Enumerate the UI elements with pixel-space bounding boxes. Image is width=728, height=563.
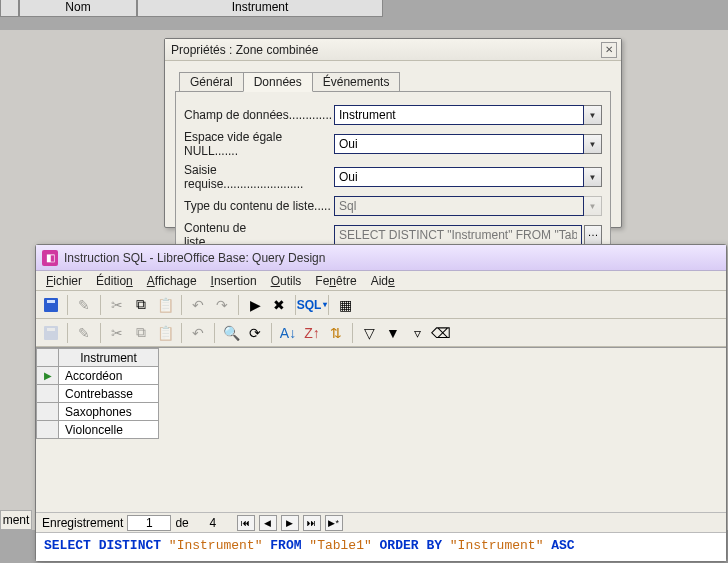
- tab-general[interactable]: Général: [179, 72, 244, 92]
- row-selector[interactable]: [37, 421, 59, 439]
- separator: [67, 323, 68, 343]
- separator: [181, 323, 182, 343]
- grid-cell[interactable]: Accordéon: [59, 367, 159, 385]
- app-icon: ◧: [42, 250, 58, 266]
- dialog-tab-panel: Champ de données............. ▼ Espace v…: [175, 91, 611, 263]
- sql-editor[interactable]: SELECT DISTINCT "Instrument" FROM "Table…: [36, 532, 726, 561]
- row-header-corner: [0, 0, 19, 17]
- column-header-instrument[interactable]: Instrument: [137, 0, 383, 17]
- edit-icon: ✎: [73, 322, 95, 344]
- edit-sql-button[interactable]: …: [584, 225, 602, 245]
- grid-cell[interactable]: Contrebasse: [59, 385, 159, 403]
- dropdown-icon[interactable]: ▼: [584, 167, 602, 187]
- grid-column-header[interactable]: Instrument: [59, 349, 159, 367]
- blank-row: [0, 17, 728, 31]
- tab-data[interactable]: Données: [243, 72, 313, 92]
- sort-asc-icon[interactable]: A↓: [277, 322, 299, 344]
- sql-view-icon[interactable]: SQL: [301, 294, 323, 316]
- sort-desc-icon[interactable]: Z↑: [301, 322, 323, 344]
- menu-file[interactable]: FFichierichier: [46, 274, 82, 288]
- find-icon[interactable]: 🔍: [220, 322, 242, 344]
- run-query-icon[interactable]: ▶: [244, 294, 266, 316]
- menu-edit[interactable]: Édition: [96, 274, 133, 288]
- datafield-input[interactable]: [334, 105, 584, 125]
- dialog-title: Propriétés : Zone combinée: [171, 43, 318, 57]
- query-design-window: ◧ Instruction SQL - LibreOffice Base: Qu…: [35, 244, 727, 562]
- emptynull-input[interactable]: [334, 134, 584, 154]
- separator: [100, 323, 101, 343]
- menubar: FFichierichier Édition Affichage Inserti…: [36, 271, 726, 291]
- partial-tab[interactable]: ment: [0, 510, 32, 530]
- required-label: Saisie requise........................: [184, 163, 334, 191]
- window-title: Instruction SQL - LibreOffice Base: Quer…: [64, 251, 325, 265]
- record-label: Enregistrement: [42, 516, 123, 530]
- menu-help[interactable]: Aide: [371, 274, 395, 288]
- nav-new-icon[interactable]: ▶*: [325, 515, 343, 531]
- row-selector[interactable]: [37, 367, 59, 385]
- clear-query-icon[interactable]: ✖: [268, 294, 290, 316]
- grid-corner: [37, 349, 59, 367]
- datafield-label: Champ de données.............: [184, 108, 334, 122]
- menu-window[interactable]: Fenêtre: [315, 274, 356, 288]
- refresh-icon[interactable]: ⟳: [244, 322, 266, 344]
- paste-icon: 📋: [154, 322, 176, 344]
- separator: [67, 295, 68, 315]
- save-icon: [40, 322, 62, 344]
- dropdown-icon: ▼: [584, 196, 602, 216]
- undo-icon: ↶: [187, 322, 209, 344]
- close-icon[interactable]: ✕: [601, 42, 617, 58]
- nav-first-icon[interactable]: ⏮: [237, 515, 255, 531]
- nav-last-icon[interactable]: ⏭: [303, 515, 321, 531]
- dialog-tabs: Général Données Événements: [179, 71, 621, 91]
- autofilter-icon[interactable]: ▽: [358, 322, 380, 344]
- menu-tools[interactable]: Outils: [271, 274, 302, 288]
- toolbar-1: ✎ ✂ ⧉ 📋 ↶ ↷ ▶ ✖ SQL ▦: [36, 291, 726, 319]
- emptynull-label: Espace vide égale NULL.......: [184, 130, 334, 158]
- dialog-titlebar[interactable]: Propriétés : Zone combinée ✕: [165, 39, 621, 61]
- cut-icon: ✂: [106, 294, 128, 316]
- record-navbar: Enregistrement 1 de 4 ⏮ ◀ ▶ ⏭ ▶*: [36, 512, 726, 532]
- add-table-icon[interactable]: ▦: [334, 294, 356, 316]
- sort-icon[interactable]: ⇅: [325, 322, 347, 344]
- menu-view[interactable]: Affichage: [147, 274, 197, 288]
- tab-events[interactable]: Événements: [312, 72, 401, 92]
- redo-icon: ↷: [211, 294, 233, 316]
- grid-cell[interactable]: Violoncelle: [59, 421, 159, 439]
- dropdown-icon[interactable]: ▼: [584, 105, 602, 125]
- save-icon[interactable]: [40, 294, 62, 316]
- result-grid: Instrument Accordéon Contrebasse Saxopho…: [36, 347, 726, 439]
- nav-next-icon[interactable]: ▶: [281, 515, 299, 531]
- listcontent-input: [334, 225, 582, 245]
- separator: [352, 323, 353, 343]
- separator: [271, 323, 272, 343]
- dropdown-icon[interactable]: ▼: [584, 134, 602, 154]
- of-label: de: [175, 516, 188, 530]
- separator: [181, 295, 182, 315]
- standard-filter-icon[interactable]: ▿: [406, 322, 428, 344]
- separator: [328, 295, 329, 315]
- listtype-label: Type du contenu de liste.....: [184, 199, 334, 213]
- table-header-row: Nom Instrument: [0, 0, 728, 30]
- row-selector[interactable]: [37, 403, 59, 421]
- separator: [238, 295, 239, 315]
- paste-icon: 📋: [154, 294, 176, 316]
- separator: [100, 295, 101, 315]
- window-titlebar[interactable]: ◧ Instruction SQL - LibreOffice Base: Qu…: [36, 245, 726, 271]
- nav-prev-icon[interactable]: ◀: [259, 515, 277, 531]
- edit-icon: ✎: [73, 294, 95, 316]
- required-input[interactable]: [334, 167, 584, 187]
- grid-cell[interactable]: Saxophones: [59, 403, 159, 421]
- copy-icon[interactable]: ⧉: [130, 294, 152, 316]
- record-current[interactable]: 1: [127, 515, 171, 531]
- undo-icon: ↶: [187, 294, 209, 316]
- remove-filter-icon[interactable]: ⌫: [430, 322, 452, 344]
- row-selector[interactable]: [37, 385, 59, 403]
- record-total: 4: [193, 516, 233, 530]
- toolbar-2: ✎ ✂ ⧉ 📋 ↶ 🔍 ⟳ A↓ Z↑ ⇅ ▽ ▼ ▿ ⌫: [36, 319, 726, 347]
- listtype-input: [334, 196, 584, 216]
- copy-icon: ⧉: [130, 322, 152, 344]
- column-header-nom[interactable]: Nom: [19, 0, 137, 17]
- cut-icon: ✂: [106, 322, 128, 344]
- menu-insert[interactable]: Insertion: [211, 274, 257, 288]
- apply-filter-icon[interactable]: ▼: [382, 322, 404, 344]
